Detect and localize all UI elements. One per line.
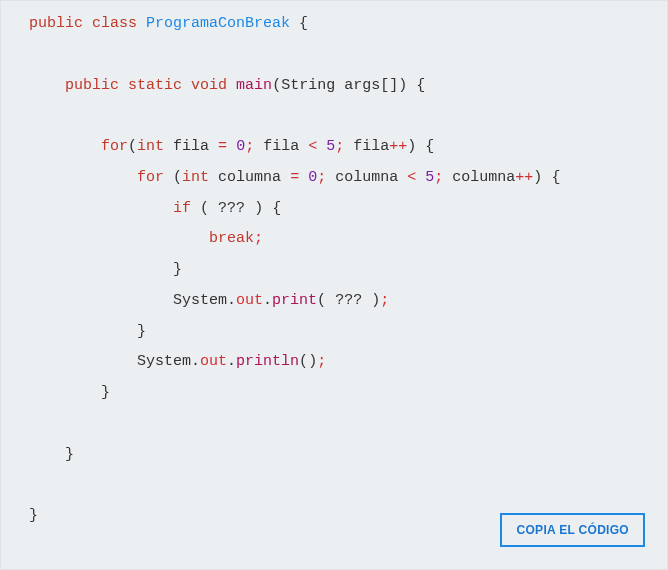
kw-break: break (209, 230, 254, 247)
kw-for: for (101, 138, 128, 155)
kw-int: int (182, 169, 209, 186)
kw-static: static (128, 77, 182, 94)
fn-main: main (236, 77, 272, 94)
fn-println: println (236, 353, 299, 370)
code-block: public class ProgramaConBreak { public s… (29, 9, 647, 532)
kw-int: int (137, 138, 164, 155)
class-name: ProgramaConBreak (146, 15, 290, 32)
kw-public: public (29, 15, 83, 32)
placeholder: ??? (218, 200, 245, 217)
kw-class: class (92, 15, 137, 32)
kw-public: public (65, 77, 119, 94)
kw-for: for (137, 169, 164, 186)
fn-print: print (272, 292, 317, 309)
kw-if: if (173, 200, 191, 217)
kw-void: void (191, 77, 227, 94)
copy-code-button[interactable]: COPIA EL CÓDIGO (500, 513, 645, 547)
placeholder: ??? (335, 292, 362, 309)
